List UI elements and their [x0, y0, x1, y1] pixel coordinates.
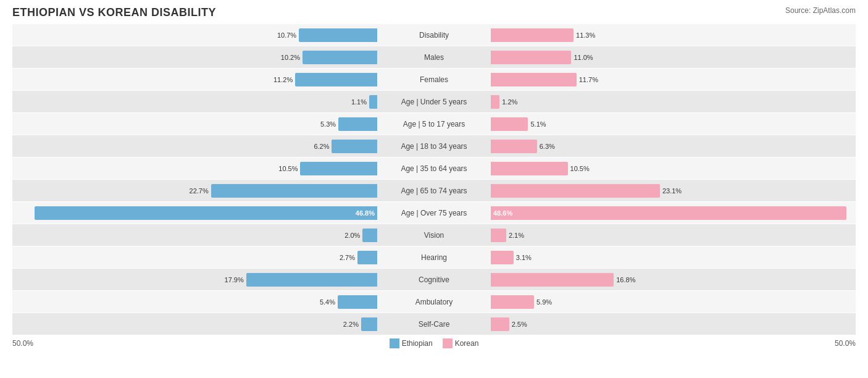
bar-value-left: 17.9% — [225, 276, 244, 284]
chart-container: 10.7% Disability 11.3% 10.2% Males 11 — [12, 24, 856, 335]
bar-value-right: 5.9% — [536, 298, 552, 306]
bar-label-center: Ambulatory — [378, 298, 490, 306]
bar-value-right: 3.1% — [516, 254, 532, 261]
left-side: 11.2% — [12, 69, 378, 90]
bar-label-center: Cognitive — [378, 275, 490, 284]
bar-pink — [491, 117, 528, 131]
bars-wrapper: 5.3% Age | 5 to 17 years 5.1% — [12, 113, 856, 135]
bar-value-left: 5.3% — [320, 120, 336, 128]
bars-wrapper: 10.5% Age | 35 to 64 years 10.5% — [12, 158, 856, 179]
left-side: 17.9% — [12, 269, 378, 290]
bar-value-left: 6.2% — [314, 143, 329, 150]
bar-blue — [332, 140, 377, 153]
bar-value-right: 48.6% — [493, 209, 512, 217]
bar-blue — [338, 117, 377, 131]
bar-value-right: 11.0% — [574, 54, 593, 61]
bars-wrapper: 10.7% Disability 11.3% — [12, 24, 856, 46]
bar-pink — [491, 295, 534, 309]
bar-value-left: 2.0% — [344, 232, 360, 239]
bar-pink: 48.6% — [491, 206, 846, 220]
bar-value-left: 11.2% — [273, 76, 293, 83]
left-side: 5.3% — [12, 113, 378, 135]
bar-value-left: 46.8% — [356, 209, 375, 217]
bar-row: 10.5% Age | 35 to 64 years 10.5% — [12, 158, 856, 179]
right-side: 11.0% — [490, 46, 856, 68]
left-side: 2.0% — [12, 224, 378, 246]
bar-value-left: 10.2% — [281, 54, 300, 61]
right-side: 1.2% — [490, 91, 856, 112]
legend-ethiopian-label: Ethiopian — [402, 339, 433, 348]
right-side: 10.5% — [490, 158, 856, 179]
bar-row: 5.4% Ambulatory 5.9% — [12, 291, 856, 313]
bar-value-right: 16.8% — [616, 276, 635, 284]
footer-right-label: 50.0% — [835, 339, 856, 348]
bar-value-left: 22.7% — [190, 187, 209, 195]
source-label: Source: ZipAtlas.com — [785, 6, 856, 15]
right-side: 48.6% — [490, 202, 856, 224]
bars-wrapper: 2.2% Self-Care 2.5% — [12, 313, 856, 335]
bar-blue — [300, 162, 377, 175]
bar-label-center: Age | 35 to 64 years — [378, 164, 490, 173]
bar-blue — [303, 51, 377, 64]
bar-pink — [491, 51, 571, 64]
bar-pink — [491, 317, 509, 331]
main-container: ETHIOPIAN VS KOREAN DISABILITY Source: Z… — [12, 6, 856, 348]
bar-pink — [491, 229, 506, 242]
bar-row: 1.1% Age | Under 5 years 1.2% — [12, 91, 856, 112]
bar-pink — [491, 184, 660, 198]
bar-row: 2.2% Self-Care 2.5% — [12, 313, 856, 335]
bars-wrapper: 17.9% Cognitive 16.8% — [12, 269, 856, 290]
left-side: 10.7% — [12, 24, 378, 46]
bar-value-left: 2.2% — [343, 321, 359, 328]
bar-blue — [338, 295, 377, 309]
bar-row: 6.2% Age | 18 to 34 years 6.3% — [12, 135, 856, 157]
bar-label-center: Hearing — [378, 253, 490, 262]
bar-pink — [491, 95, 499, 109]
right-side: 11.3% — [490, 24, 856, 46]
bar-label-center: Age | 18 to 34 years — [378, 142, 490, 151]
bar-label-center: Age | Over 75 years — [378, 209, 490, 217]
right-side: 2.5% — [490, 313, 856, 335]
bar-value-right: 1.2% — [502, 98, 517, 106]
bar-row: 10.2% Males 11.0% — [12, 46, 856, 68]
bar-row: 22.7% Age | 65 to 74 years 23.1% — [12, 180, 856, 201]
left-side: 2.2% — [12, 313, 378, 335]
left-side: 10.2% — [12, 46, 378, 68]
bar-row: 10.7% Disability 11.3% — [12, 24, 856, 46]
left-side: 1.1% — [12, 91, 378, 112]
bars-wrapper: 46.8% Age | Over 75 years 48.6% — [12, 202, 856, 224]
bar-label-center: Males — [378, 53, 490, 62]
legend-blue-box — [390, 338, 399, 348]
bar-value-left: 5.4% — [320, 298, 335, 306]
bar-value-left: 1.1% — [351, 98, 367, 106]
right-side: 2.1% — [490, 224, 856, 246]
bar-value-right: 2.1% — [509, 232, 524, 239]
legend-korean-label: Korean — [455, 339, 479, 348]
bar-row: 46.8% Age | Over 75 years 48.6% — [12, 202, 856, 224]
bar-value-right: 6.3% — [540, 143, 555, 150]
bar-row: 11.2% Females 11.7% — [12, 69, 856, 90]
bar-label-center: Disability — [378, 31, 490, 40]
left-side: 5.4% — [12, 291, 378, 313]
bar-blue — [369, 95, 377, 109]
bar-blue: 46.8% — [35, 206, 377, 220]
bar-value-left: 10.7% — [277, 32, 296, 39]
bar-label-center: Age | Under 5 years — [378, 98, 490, 106]
bar-blue — [299, 28, 377, 42]
bars-wrapper: 10.2% Males 11.0% — [12, 46, 856, 68]
chart-title: ETHIOPIAN VS KOREAN DISABILITY — [12, 6, 216, 19]
bar-label-center: Age | 65 to 74 years — [378, 187, 490, 195]
bar-pink — [491, 251, 514, 264]
right-side: 11.7% — [490, 69, 856, 90]
bar-blue — [211, 184, 377, 198]
bars-wrapper: 2.0% Vision 2.1% — [12, 224, 856, 246]
right-side: 16.8% — [490, 269, 856, 290]
bars-wrapper: 11.2% Females 11.7% — [12, 69, 856, 90]
bar-row: 2.0% Vision 2.1% — [12, 224, 856, 246]
bars-wrapper: 5.4% Ambulatory 5.9% — [12, 291, 856, 313]
bar-pink — [491, 162, 568, 175]
bar-value-left: 2.7% — [340, 254, 355, 261]
bar-label-center: Self-Care — [378, 320, 490, 329]
footer-left-label: 50.0% — [12, 339, 33, 348]
left-side: 2.7% — [12, 246, 378, 268]
